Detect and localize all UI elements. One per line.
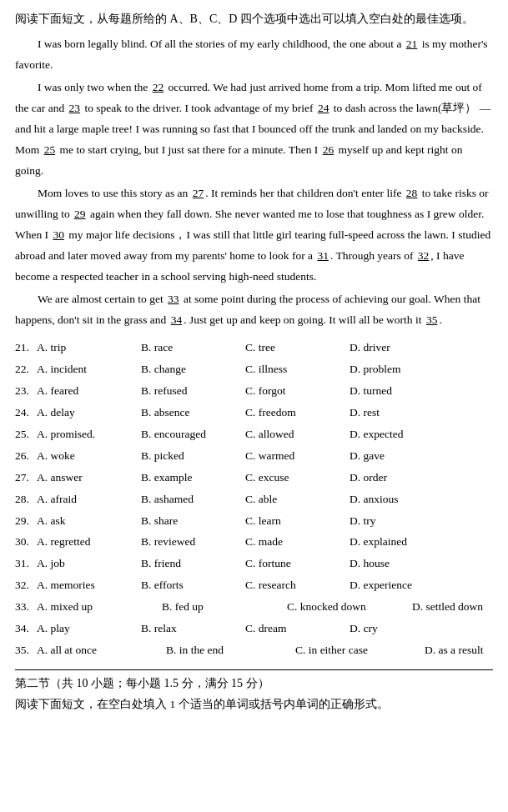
- option-31-A: A. job: [37, 554, 141, 574]
- option-row-29: 29. A. ask B. share C. learn D. try: [15, 511, 493, 532]
- option-num-33: 33.: [15, 597, 37, 618]
- option-row-22: 22. A. incident B. change C. illness D. …: [15, 359, 493, 380]
- option-29-B: B. share: [141, 511, 245, 532]
- option-32-D: D. experience: [350, 575, 454, 596]
- option-num-31: 31.: [15, 554, 37, 574]
- option-27-D: D. order: [350, 468, 454, 489]
- option-29-C: C. learn: [245, 511, 350, 532]
- option-row-21: 21. A. trip B. race C. tree D. driver: [15, 338, 493, 358]
- option-row-31: 31. A. job B. friend C. fortune D. house: [15, 554, 493, 574]
- option-35-A: A. all at once: [37, 640, 166, 661]
- passage-p3: Mom loves to use this story as an 27. It…: [15, 183, 493, 288]
- option-23-C: C. forgot: [245, 381, 350, 402]
- option-31-B: B. friend: [141, 554, 245, 574]
- option-28-A: A. afraid: [37, 489, 141, 510]
- option-25-B: B. encouraged: [141, 424, 245, 445]
- option-21-A: A. trip: [37, 338, 141, 358]
- option-33-D: D. settled down: [412, 597, 508, 618]
- section2-instruction: 阅读下面短文，在空白处填入 1 个适当的单词或括号内单词的正确形式。: [15, 695, 493, 714]
- instruction-text: 阅读下面短文，从每题所给的 A、B、C、D 四个选项中选出可以填入空白处的最佳选…: [15, 8, 493, 29]
- blank-27: 27: [193, 187, 204, 199]
- blank-32: 32: [418, 249, 430, 262]
- option-25-A: A. promised.: [37, 424, 141, 445]
- option-25-C: C. allowed: [245, 424, 350, 445]
- option-num-32: 32.: [15, 575, 37, 596]
- option-num-22: 22.: [15, 359, 37, 380]
- option-30-C: C. made: [245, 532, 350, 553]
- blank-28: 28: [406, 187, 418, 199]
- option-num-26: 26.: [15, 446, 37, 467]
- option-24-B: B. absence: [141, 403, 245, 424]
- option-35-D: D. as a result: [425, 640, 508, 661]
- option-26-D: D. gave: [350, 446, 454, 467]
- passage-container: I was born legally blind. Of all the sto…: [15, 34, 493, 331]
- option-21-C: C. tree: [245, 338, 350, 358]
- option-33-A: A. mixed up: [37, 597, 162, 618]
- option-30-D: D. explained: [350, 532, 454, 553]
- option-30-B: B. reviewed: [141, 532, 245, 553]
- option-22-C: C. illness: [245, 359, 350, 380]
- option-row-33: 33. A. mixed up B. fed up C. knocked dow…: [15, 597, 493, 618]
- section2-title: 第二节（共 10 小题；每小题 1.5 分，满分 15 分）: [15, 674, 493, 694]
- option-28-D: D. anxious: [350, 489, 454, 510]
- option-num-27: 27.: [15, 468, 37, 489]
- option-33-B: B. fed up: [162, 597, 287, 618]
- option-row-23: 23. A. feared B. refused C. forgot D. tu…: [15, 381, 493, 402]
- option-row-30: 30. A. regretted B. reviewed C. made D. …: [15, 532, 493, 553]
- option-num-25: 25.: [15, 424, 37, 445]
- option-30-A: A. regretted: [37, 532, 141, 553]
- option-28-B: B. ashamed: [141, 489, 245, 510]
- option-23-D: D. turned: [350, 381, 454, 402]
- option-22-D: D. problem: [350, 359, 454, 380]
- blank-23: 23: [69, 102, 81, 114]
- option-34-D: D. cry: [350, 619, 454, 639]
- option-35-B: B. in the end: [166, 640, 295, 661]
- option-24-D: D. rest: [350, 403, 454, 424]
- option-23-A: A. feared: [37, 381, 141, 402]
- option-24-A: A. delay: [37, 403, 141, 424]
- option-29-A: A. ask: [37, 511, 141, 532]
- blank-22: 22: [153, 81, 164, 93]
- option-row-27: 27. A. answer B. example C. excuse D. or…: [15, 468, 493, 489]
- blank-30: 30: [53, 228, 64, 241]
- option-21-B: B. race: [141, 338, 245, 358]
- option-34-B: B. relax: [141, 619, 245, 639]
- option-22-B: B. change: [141, 359, 245, 380]
- option-22-A: A. incident: [37, 359, 141, 380]
- option-num-23: 23.: [15, 381, 37, 402]
- option-row-32: 32. A. memories B. efforts C. research D…: [15, 575, 493, 596]
- option-row-35: 35. A. all at once B. in the end C. in e…: [15, 640, 493, 661]
- option-row-25: 25. A. promised. B. encouraged C. allowe…: [15, 424, 493, 445]
- option-28-C: C. able: [245, 489, 350, 510]
- option-row-26: 26. A. woke B. picked C. warmed D. gave: [15, 446, 493, 467]
- option-33-C: C. knocked down: [287, 597, 412, 618]
- option-35-C: C. in either case: [295, 640, 425, 661]
- section-divider: [15, 669, 493, 670]
- option-32-A: A. memories: [37, 575, 141, 596]
- option-row-34: 34. A. play B. relax C. dream D. cry: [15, 619, 493, 639]
- option-row-28: 28. A. afraid B. ashamed C. able D. anxi…: [15, 489, 493, 510]
- blank-26: 26: [323, 143, 334, 156]
- option-29-D: D. try: [350, 511, 454, 532]
- passage-p2: I was only two when the 22 occurred. We …: [15, 78, 493, 182]
- option-row-24: 24. A. delay B. absence C. freedom D. re…: [15, 403, 493, 424]
- option-num-28: 28.: [15, 489, 37, 510]
- option-num-24: 24.: [15, 403, 37, 424]
- option-31-C: C. fortune: [245, 554, 350, 574]
- option-25-D: D. expected: [350, 424, 454, 445]
- blank-29: 29: [74, 208, 86, 220]
- passage-p1: I was born legally blind. Of all the sto…: [15, 34, 493, 76]
- option-21-D: D. driver: [350, 338, 454, 358]
- blank-33: 33: [168, 293, 179, 305]
- option-26-C: C. warmed: [245, 446, 350, 467]
- option-24-C: C. freedom: [245, 403, 350, 424]
- blank-24: 24: [318, 102, 329, 114]
- options-section: 21. A. trip B. race C. tree D. driver 22…: [15, 338, 493, 662]
- option-num-29: 29.: [15, 511, 37, 532]
- blank-31: 31: [317, 249, 329, 262]
- option-num-30: 30.: [15, 532, 37, 553]
- option-34-A: A. play: [37, 619, 141, 639]
- option-27-C: C. excuse: [245, 468, 350, 489]
- option-num-34: 34.: [15, 619, 37, 639]
- option-23-B: B. refused: [141, 381, 245, 402]
